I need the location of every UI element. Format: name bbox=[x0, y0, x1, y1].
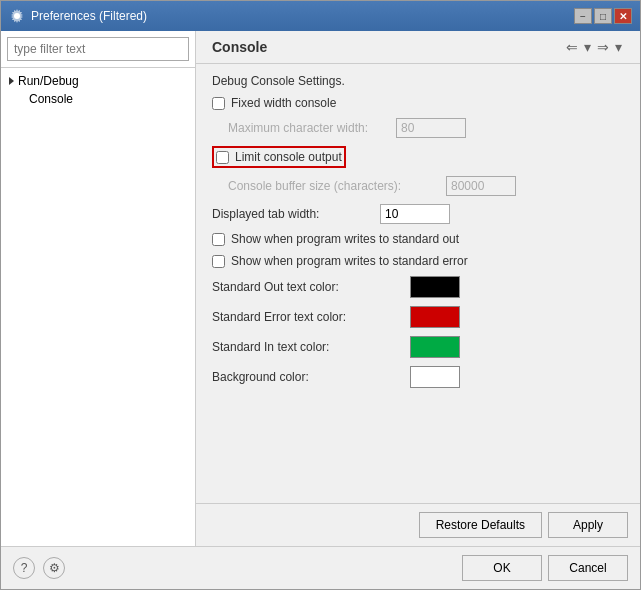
stdout-color-swatch[interactable] bbox=[410, 276, 460, 298]
setting-row-show-stdout: Show when program writes to standard out bbox=[212, 232, 624, 246]
back-arrow-icon[interactable]: ⇐ bbox=[564, 39, 580, 55]
title-bar: Preferences (Filtered) − □ ✕ bbox=[1, 1, 640, 31]
max-char-label: Maximum character width: bbox=[228, 121, 388, 135]
stderr-color-label: Standard Error text color: bbox=[212, 310, 402, 324]
cancel-button[interactable]: Cancel bbox=[548, 555, 628, 581]
setting-row-stdout-color: Standard Out text color: bbox=[212, 276, 624, 298]
settings-button[interactable]: ⚙ bbox=[43, 557, 65, 579]
ok-button[interactable]: OK bbox=[462, 555, 542, 581]
show-stdout-wrapper: Show when program writes to standard out bbox=[212, 232, 459, 246]
limit-output-checkbox[interactable] bbox=[216, 151, 229, 164]
tab-width-label: Displayed tab width: bbox=[212, 207, 372, 221]
close-button[interactable]: ✕ bbox=[614, 8, 632, 24]
show-stderr-label: Show when program writes to standard err… bbox=[231, 254, 468, 268]
action-bar: Restore Defaults Apply bbox=[196, 503, 640, 546]
content-header: Console ⇐ ▾ ⇒ ▾ bbox=[196, 31, 640, 64]
sidebar-item-run-debug[interactable]: Run/Debug bbox=[1, 72, 195, 90]
filter-input-wrapper bbox=[1, 31, 195, 68]
setting-row-stdin-color: Standard In text color: bbox=[212, 336, 624, 358]
buffer-size-label: Console buffer size (characters): bbox=[228, 179, 438, 193]
apply-button[interactable]: Apply bbox=[548, 512, 628, 538]
main-content: Run/Debug Console Console ⇐ ▾ ⇒ ▾ bbox=[1, 31, 640, 546]
show-stdout-checkbox[interactable] bbox=[212, 233, 225, 246]
dropdown-arrow-icon[interactable]: ▾ bbox=[582, 39, 593, 55]
setting-row-fixed-width: Fixed width console bbox=[212, 96, 624, 110]
tab-width-input[interactable] bbox=[380, 204, 450, 224]
sidebar: Run/Debug Console bbox=[1, 31, 196, 546]
expand-arrow-icon bbox=[9, 77, 14, 85]
help-button[interactable]: ? bbox=[13, 557, 35, 579]
footer: ? ⚙ OK Cancel bbox=[1, 546, 640, 589]
setting-row-max-char: Maximum character width: bbox=[228, 118, 624, 138]
filter-input[interactable] bbox=[7, 37, 189, 61]
fixed-width-label: Fixed width console bbox=[231, 96, 336, 110]
content-title: Console bbox=[212, 39, 267, 55]
title-bar-left: Preferences (Filtered) bbox=[9, 8, 147, 24]
window-icon bbox=[9, 8, 25, 24]
section-title: Debug Console Settings. bbox=[212, 74, 624, 88]
tree-area: Run/Debug Console bbox=[1, 68, 195, 546]
settings-icon: ⚙ bbox=[49, 561, 60, 575]
limit-output-highlight: Limit console output bbox=[212, 146, 346, 168]
preferences-window: Preferences (Filtered) − □ ✕ Run/Debug C… bbox=[0, 0, 641, 590]
content-body: Debug Console Settings. Fixed width cons… bbox=[196, 64, 640, 503]
setting-row-bg-color: Background color: bbox=[212, 366, 624, 388]
maximize-button[interactable]: □ bbox=[594, 8, 612, 24]
stdin-color-swatch[interactable] bbox=[410, 336, 460, 358]
show-stderr-wrapper: Show when program writes to standard err… bbox=[212, 254, 468, 268]
stdin-color-label: Standard In text color: bbox=[212, 340, 402, 354]
bg-color-swatch[interactable] bbox=[410, 366, 460, 388]
dialog-buttons: OK Cancel bbox=[462, 555, 628, 581]
bg-color-label: Background color: bbox=[212, 370, 402, 384]
help-icon: ? bbox=[21, 561, 28, 575]
sidebar-item-console[interactable]: Console bbox=[1, 90, 195, 108]
setting-row-show-stderr: Show when program writes to standard err… bbox=[212, 254, 624, 268]
forward-arrow-icon[interactable]: ⇒ bbox=[595, 39, 611, 55]
buffer-size-input bbox=[446, 176, 516, 196]
window-title: Preferences (Filtered) bbox=[31, 9, 147, 23]
setting-row-buffer-size: Console buffer size (characters): bbox=[228, 176, 624, 196]
sidebar-label-console: Console bbox=[29, 92, 73, 106]
fixed-width-checkbox[interactable] bbox=[212, 97, 225, 110]
menu-arrow-icon[interactable]: ▾ bbox=[613, 39, 624, 55]
show-stdout-label: Show when program writes to standard out bbox=[231, 232, 459, 246]
content-area: Console ⇐ ▾ ⇒ ▾ Debug Console Settings. … bbox=[196, 31, 640, 546]
limit-output-label: Limit console output bbox=[235, 150, 342, 164]
setting-row-limit-output: Limit console output bbox=[212, 146, 624, 168]
show-stderr-checkbox[interactable] bbox=[212, 255, 225, 268]
setting-row-stderr-color: Standard Error text color: bbox=[212, 306, 624, 328]
minimize-button[interactable]: − bbox=[574, 8, 592, 24]
footer-icons: ? ⚙ bbox=[13, 557, 65, 579]
stdout-color-label: Standard Out text color: bbox=[212, 280, 402, 294]
nav-arrows: ⇐ ▾ ⇒ ▾ bbox=[564, 39, 624, 55]
fixed-width-checkbox-wrapper: Fixed width console bbox=[212, 96, 336, 110]
stderr-color-swatch[interactable] bbox=[410, 306, 460, 328]
max-char-input bbox=[396, 118, 466, 138]
title-bar-buttons: − □ ✕ bbox=[574, 8, 632, 24]
sidebar-label-run-debug: Run/Debug bbox=[18, 74, 79, 88]
setting-row-tab-width: Displayed tab width: bbox=[212, 204, 624, 224]
restore-defaults-button[interactable]: Restore Defaults bbox=[419, 512, 542, 538]
